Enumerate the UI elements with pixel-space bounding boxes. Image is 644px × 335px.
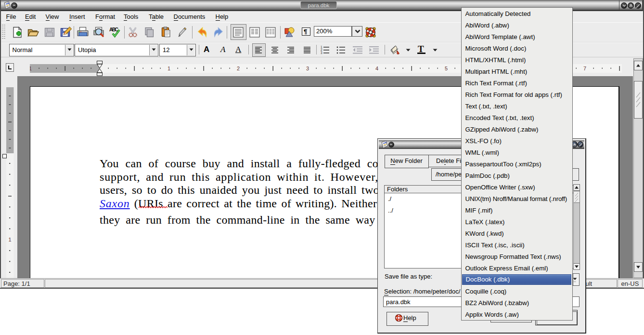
svg-text:2: 2 xyxy=(237,66,240,71)
svg-text:7: 7 xyxy=(583,66,586,71)
svg-text:1: 1 xyxy=(167,66,170,71)
svg-text:5: 5 xyxy=(445,66,448,71)
svg-text:4: 4 xyxy=(375,66,378,71)
svg-text:1: 1 xyxy=(30,66,32,71)
svg-text:1: 1 xyxy=(8,237,11,242)
svg-text:3: 3 xyxy=(321,51,322,54)
svg-text:3: 3 xyxy=(306,66,309,71)
